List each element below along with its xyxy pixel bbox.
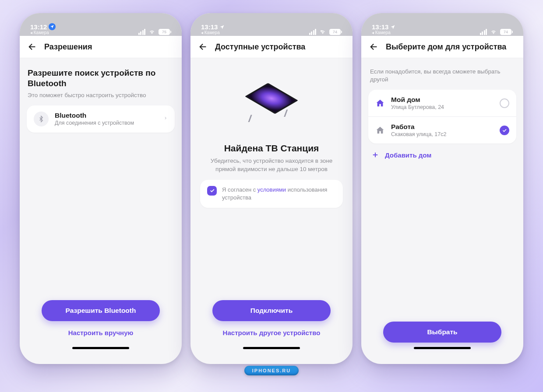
found-sub: Убедитесь, что устройство находится в зо… (200, 157, 343, 180)
terms-text: Я согласен с условиями использования уст… (222, 186, 336, 202)
subheading: Это поможет быстро настроить устройство (28, 91, 174, 99)
radio-unchecked-icon[interactable] (500, 98, 509, 108)
status-bar: 13:13 ◂ Камера 74 (190, 13, 353, 36)
allow-bluetooth-button[interactable]: Разрешить Bluetooth (42, 300, 160, 321)
status-bar: 13:13 ◂ Камера 74 (361, 13, 523, 36)
phone-choose-home: 13:13 ◂ Камера 74 Выберите дом для устро… (361, 13, 523, 364)
wifi-icon (148, 29, 156, 35)
status-back-app[interactable]: ◂ Камера (30, 31, 56, 35)
terms-link[interactable]: условиями (257, 186, 286, 193)
home-address: Скаковая улица, 17с2 (391, 131, 494, 137)
nav-header: Разрешения (20, 36, 182, 58)
house-icon (375, 126, 385, 135)
wifi-icon (319, 29, 327, 35)
heading: Разрешите поиск устройств по Bluetooth (28, 68, 174, 89)
home-address: Улица Бутлерова, 24 (391, 104, 494, 110)
add-home-label: Добавить дом (385, 151, 431, 159)
info-text: Если понадобится, вы всегда сможете выбр… (370, 68, 515, 84)
wifi-icon (490, 29, 497, 35)
back-arrow-icon[interactable] (369, 42, 379, 52)
tv-station-image (239, 72, 304, 138)
home-indicator[interactable] (243, 347, 300, 349)
svg-rect-3 (284, 110, 288, 117)
status-time: 13:13 (372, 24, 388, 30)
nav-header: Доступные устройства (190, 36, 353, 58)
bluetooth-row[interactable]: Bluetooth Для соединения с устройством (27, 105, 175, 133)
connect-button[interactable]: Подключить (212, 300, 331, 321)
status-back-app[interactable]: ◂ Камера (372, 31, 395, 35)
back-arrow-icon[interactable] (28, 42, 37, 52)
home-item-work[interactable]: Работа Скаковая улица, 17с2 (368, 116, 516, 144)
found-title: Найдена ТВ Станция (224, 143, 319, 154)
phone-permissions: 13:12 ◂ Камера 75 Разрешения (20, 13, 182, 364)
choose-button[interactable]: Выбрать (383, 322, 501, 343)
chevron-right-icon (163, 115, 168, 123)
home-item-my-home[interactable]: Мой дом Улица Бутлерова, 24 (368, 90, 516, 116)
home-indicator[interactable] (414, 347, 471, 349)
svg-rect-2 (248, 115, 252, 122)
bluetooth-icon (34, 112, 49, 126)
cell-signal-icon (309, 29, 317, 35)
setup-manually-button[interactable]: Настроить вручную (68, 323, 134, 343)
battery-icon: 74 (500, 29, 513, 35)
home-list: Мой дом Улица Бутлерова, 24 Работа Скако… (368, 90, 516, 144)
battery-icon: 75 (159, 29, 171, 35)
battery-icon: 74 (329, 29, 342, 35)
cell-signal-icon (138, 29, 146, 35)
location-arrow-icon (390, 24, 395, 30)
phone-available-devices: 13:13 ◂ Камера 74 Доступные устройства (190, 13, 353, 364)
checkbox-checked-icon[interactable] (207, 186, 217, 196)
location-arrow-icon (219, 24, 225, 30)
home-name: Мой дом (391, 96, 494, 104)
page-title: Разрешения (44, 42, 92, 52)
back-arrow-icon[interactable] (198, 42, 208, 52)
status-time: 13:12 (30, 24, 47, 30)
home-indicator[interactable] (72, 347, 129, 349)
nav-header: Выберите дом для устройства (361, 36, 523, 58)
add-home-button[interactable]: Добавить дом (368, 144, 516, 166)
cell-signal-icon (480, 29, 487, 35)
terms-agree-row[interactable]: Я согласен с условиями использования уст… (200, 180, 343, 208)
page-title: Доступные устройства (215, 42, 305, 52)
status-bar: 13:12 ◂ Камера 75 (20, 13, 182, 36)
setup-other-device-button[interactable]: Настроить другое устройство (223, 323, 321, 343)
plus-icon (371, 150, 380, 159)
radio-checked-icon[interactable] (500, 126, 509, 135)
home-name: Работа (391, 123, 494, 131)
watermark: IPHONES.RU (244, 366, 299, 375)
status-back-app[interactable]: ◂ Камера (201, 31, 225, 35)
location-icon (49, 23, 56, 30)
bluetooth-sub: Для соединения с устройством (55, 120, 157, 126)
bluetooth-title: Bluetooth (55, 112, 157, 119)
status-time: 13:13 (201, 24, 218, 30)
page-title: Выберите дом для устройства (386, 42, 506, 52)
house-icon (375, 98, 385, 108)
